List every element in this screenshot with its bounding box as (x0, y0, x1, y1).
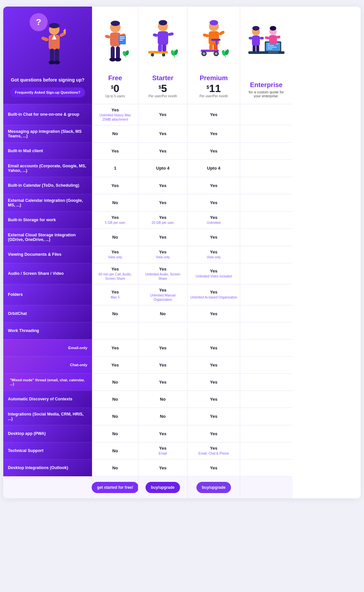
free-ext-calendar-cell: No (92, 194, 138, 211)
feature-label-integrations: Integrations (Social Media, CRM, HRIS, .… (3, 408, 92, 425)
feature-label-cloud: External Cloud Storage integration (GDri… (3, 228, 92, 246)
faq-button[interactable]: Frequently Asked Sign-up Questions? (10, 87, 85, 97)
enterprise-mixed-cell (240, 373, 292, 391)
svg-rect-73 (269, 35, 277, 44)
starter-messaging-cell: Yes (138, 125, 187, 142)
starter-desktop-int-cell: Yes (138, 459, 187, 476)
svg-rect-74 (264, 36, 269, 39)
enterprise-chat-only-cell (240, 356, 292, 373)
premium-ext-calendar-cell: Yes (187, 194, 240, 211)
premium-storage-cell: Yes Unlimited (187, 211, 240, 228)
premium-person-svg (197, 18, 230, 67)
svg-rect-8 (55, 49, 59, 62)
svg-rect-53 (214, 44, 217, 50)
starter-ext-calendar-cell: Yes (138, 194, 187, 211)
enterprise-desktop-int-cell (240, 459, 292, 476)
starter-amount: 5 (161, 83, 167, 94)
feature-label-desktop-int: Desktop Integrations (Outlook) (3, 459, 92, 476)
premium-messaging-cell: Yes (187, 125, 240, 142)
enterprise-wt-header-cell (240, 322, 292, 339)
starter-support-cell: Yes Email (138, 442, 187, 459)
free-docs-cell: Yes View only (92, 246, 138, 263)
feature-label-docs: Viewing Documents & Files (3, 246, 92, 263)
free-plan-header: Free $ 0 Up to 5 users (92, 7, 138, 104)
free-audio-cell: Yes 60 min per Call, Audio, Screen Share (92, 263, 138, 284)
enterprise-messaging-cell (240, 125, 292, 142)
svg-rect-76 (268, 51, 279, 53)
premium-email-only-cell: Yes (187, 339, 240, 356)
enterprise-plan-header: Enterprise for a custom quote for your e… (240, 7, 292, 104)
svg-rect-67 (249, 37, 253, 39)
premium-auto-cell: Yes (187, 391, 240, 408)
free-cta-button[interactable]: get started for free! (92, 482, 138, 493)
enterprise-cta-cell (240, 476, 292, 498)
svg-rect-62 (267, 47, 277, 48)
enterprise-email-accounts-cell (240, 159, 292, 177)
enterprise-note: for a custom quote for your enterprise. (243, 90, 289, 98)
feature-label-messaging: Messaging app integration (Slack, MS Tea… (3, 125, 92, 142)
enterprise-ext-calendar-cell (240, 194, 292, 211)
premium-folders-cell: Yes Unlimited Ai-based Organization (187, 284, 240, 305)
free-person-svg (99, 18, 132, 67)
free-chat-cell: Yes Unlimited history Max 25MB attachmen… (92, 104, 138, 125)
pricing-table: ? (3, 7, 361, 498)
premium-illustration (191, 12, 237, 74)
feature-label-storage: Built-in Storage for work (3, 211, 92, 228)
svg-rect-63 (267, 48, 272, 49)
svg-rect-69 (253, 45, 256, 52)
svg-rect-18 (120, 38, 125, 39)
free-messaging-cell: No (92, 125, 138, 142)
svg-point-49 (203, 52, 205, 55)
free-mail-cell: Yes (92, 142, 138, 159)
starter-calendar-cell: Yes (138, 177, 187, 194)
starter-docs-cell: Yes View only (138, 246, 187, 263)
free-desktop-int-cell: No (92, 459, 138, 476)
starter-plan-name: Starter (152, 74, 173, 82)
premium-plan-price: $ 11 (207, 83, 221, 94)
premium-docs-cell: Yes View only (187, 246, 240, 263)
feature-label-chat: Built-in Chat for one-on-one & group (3, 104, 92, 125)
starter-illustration (142, 12, 184, 74)
starter-person-svg (147, 18, 179, 67)
free-storage-cell: Yes 5 GB per user (92, 211, 138, 228)
free-email-accounts-cell: 1 (92, 159, 138, 177)
svg-rect-66 (252, 36, 260, 46)
starter-email-only-cell: Yes (138, 339, 187, 356)
starter-dollar: $ (159, 84, 161, 90)
premium-plan-name: Premium (200, 74, 228, 82)
svg-rect-68 (260, 37, 264, 39)
header-feature-col: ? (3, 7, 92, 104)
starter-audio-cell: Yes Unlimited Audio, Screen Share (138, 263, 187, 284)
svg-point-10 (54, 60, 60, 64)
starter-email-accounts-cell: Upto 4 (138, 159, 187, 177)
premium-cta-button[interactable]: buy/upgrade (196, 482, 231, 493)
svg-rect-35 (158, 44, 162, 52)
svg-rect-20 (111, 46, 115, 59)
starter-auto-cell: No (138, 391, 187, 408)
enterprise-plan-name: Enterprise (250, 81, 283, 89)
enterprise-support-cell (240, 442, 292, 459)
feature-label-mixed-mode: "Mixed mode" thread (email, chat, calend… (3, 373, 92, 391)
free-chat-only-cell: Yes (92, 356, 138, 373)
svg-point-72 (270, 26, 276, 31)
starter-plan-price: $ 5 (159, 83, 167, 94)
svg-point-51 (215, 52, 217, 55)
starter-cta-button[interactable]: buy/upgrade (146, 482, 180, 493)
starter-storage-cell: Yes 20 GB per user (138, 211, 187, 228)
enterprise-cloud-cell (240, 228, 292, 246)
premium-email-accounts-cell: Upto 4 (187, 159, 240, 177)
enterprise-desktop-app-cell (240, 425, 292, 442)
svg-rect-47 (211, 39, 220, 41)
premium-integrations-cell: Yes (187, 408, 240, 425)
premium-chat-only-cell: Yes (187, 356, 240, 373)
free-desktop-app-cell: No (92, 425, 138, 442)
feature-label-audio: Audio / Screen Share / Video (3, 263, 92, 284)
free-integrations-cell: No (92, 408, 138, 425)
premium-plan-header: Premium $ 11 Per user/Per month (187, 7, 240, 104)
enterprise-docs-cell (240, 246, 292, 263)
free-plan-name: Free (108, 74, 122, 82)
feature-label-folders: Folders (3, 284, 92, 305)
free-price-sub: Up to 5 users (105, 94, 125, 98)
svg-rect-43 (202, 33, 209, 37)
free-cta-cell: get started for free! (92, 476, 138, 498)
